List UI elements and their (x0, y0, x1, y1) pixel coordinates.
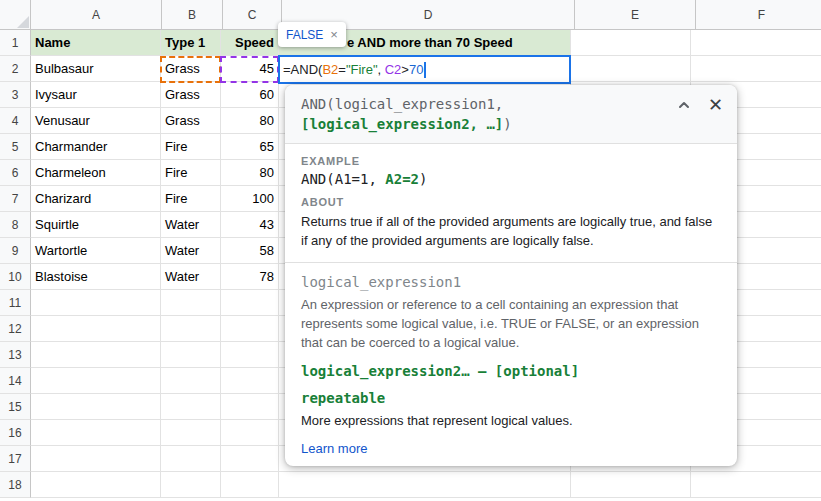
cell-C1[interactable]: Speed (221, 30, 279, 56)
cell-C18[interactable] (221, 472, 279, 498)
row-header-6[interactable]: 6 (0, 160, 31, 186)
cell-C14[interactable] (221, 368, 279, 394)
cell-A6[interactable]: Charmeleon (31, 160, 161, 186)
spreadsheet: A B C D E F 1 Name Type 1 Speed e AND mo… (0, 0, 821, 501)
cell-F18[interactable] (691, 472, 821, 498)
param1-description: An expression or reference to a cell con… (301, 295, 715, 352)
cell-B8[interactable]: Water (161, 212, 221, 238)
cell-A18[interactable] (31, 472, 161, 498)
cell-B12[interactable] (161, 316, 221, 342)
cell-B6[interactable]: Fire (161, 160, 221, 186)
cell-B7[interactable]: Fire (161, 186, 221, 212)
cell-A5[interactable]: Charmander (31, 134, 161, 160)
cell-C17[interactable] (221, 446, 279, 472)
cell-B1[interactable]: Type 1 (161, 30, 221, 56)
help-divider (285, 262, 737, 263)
cell-C11[interactable] (221, 290, 279, 316)
cell-B9[interactable]: Water (161, 238, 221, 264)
cell-B18[interactable] (161, 472, 221, 498)
cell-A4[interactable]: Venusaur (31, 108, 161, 134)
select-all-corner[interactable] (0, 0, 31, 30)
cell-B3[interactable]: Grass (161, 82, 221, 108)
cell-A8[interactable]: Squirtle (31, 212, 161, 238)
row-header-7[interactable]: 7 (0, 186, 31, 212)
learn-more-link[interactable]: Learn more (301, 441, 367, 456)
cell-A16[interactable] (31, 420, 161, 446)
cell-A9[interactable]: Wartortle (31, 238, 161, 264)
cell-C10[interactable]: 78 (221, 264, 279, 290)
cell-E2[interactable] (571, 56, 691, 82)
cell-F1[interactable] (691, 30, 821, 56)
row-header-11[interactable]: 11 (0, 290, 31, 316)
formula-token-function: =AND( (283, 62, 322, 77)
cell-A2[interactable]: Bulbasaur (31, 56, 161, 82)
cell-B17[interactable] (161, 446, 221, 472)
collapse-chevron-up-icon[interactable] (676, 97, 692, 113)
cell-C8[interactable]: 43 (221, 212, 279, 238)
cell-C7[interactable]: 100 (221, 186, 279, 212)
signature-active-arg: [logical_expression2, …] (301, 116, 503, 132)
cell-A17[interactable] (31, 446, 161, 472)
cell-C6[interactable]: 80 (221, 160, 279, 186)
row-header-14[interactable]: 14 (0, 368, 31, 394)
column-header-a[interactable]: A (31, 0, 162, 30)
row-header-17[interactable]: 17 (0, 446, 31, 472)
cell-A3[interactable]: Ivysaur (31, 82, 161, 108)
close-icon[interactable]: ✕ (708, 96, 723, 114)
formula-result-chip: FALSE × (278, 22, 346, 47)
column-header-b[interactable]: B (162, 0, 223, 30)
about-text: Returns true if all of the provided argu… (301, 212, 715, 250)
cell-A7[interactable]: Charizard (31, 186, 161, 212)
cell-C4[interactable]: 80 (221, 108, 279, 134)
row-header-2[interactable]: 2 (0, 56, 31, 82)
formula-token-string: "Fire" (346, 62, 378, 77)
cell-C15[interactable] (221, 394, 279, 420)
row-header-8[interactable]: 8 (0, 212, 31, 238)
column-header-f[interactable]: F (696, 0, 821, 30)
formula-token-operator: = (338, 62, 346, 77)
cell-B4[interactable]: Grass (161, 108, 221, 134)
cell-E18[interactable] (571, 472, 691, 498)
cell-A12[interactable] (31, 316, 161, 342)
cell-B5[interactable]: Fire (161, 134, 221, 160)
cell-C16[interactable] (221, 420, 279, 446)
cell-A1[interactable]: Name (31, 30, 161, 56)
function-signature: AND(logical_expression1, [logical_expres… (301, 94, 676, 134)
cell-A14[interactable] (31, 368, 161, 394)
cell-B15[interactable] (161, 394, 221, 420)
cell-A11[interactable] (31, 290, 161, 316)
row-header-15[interactable]: 15 (0, 394, 31, 420)
row-header-4[interactable]: 4 (0, 108, 31, 134)
referenced-cell-border-C2 (220, 56, 279, 83)
row-header-1[interactable]: 1 (0, 30, 31, 56)
row-header-16[interactable]: 16 (0, 420, 31, 446)
cell-F2[interactable] (691, 56, 821, 82)
cell-E1[interactable] (571, 30, 691, 56)
cell-C9[interactable]: 58 (221, 238, 279, 264)
column-header-c[interactable]: C (223, 0, 282, 30)
cell-C13[interactable] (221, 342, 279, 368)
row-header-18[interactable]: 18 (0, 472, 31, 498)
cell-A10[interactable]: Blastoise (31, 264, 161, 290)
about-label: ABOUT (301, 196, 721, 208)
cell-B11[interactable] (161, 290, 221, 316)
cell-D18[interactable] (279, 472, 571, 498)
row-header-13[interactable]: 13 (0, 342, 31, 368)
cell-C12[interactable] (221, 316, 279, 342)
cell-B16[interactable] (161, 420, 221, 446)
row-header-10[interactable]: 10 (0, 264, 31, 290)
column-header-e[interactable]: E (575, 0, 696, 30)
row-header-12[interactable]: 12 (0, 316, 31, 342)
cell-C5[interactable]: 65 (221, 134, 279, 160)
cell-A15[interactable] (31, 394, 161, 420)
chip-close-icon[interactable]: × (330, 27, 338, 42)
formula-editor[interactable]: =AND( B2 = "Fire" , C2 > 70 (278, 55, 571, 84)
cell-A13[interactable] (31, 342, 161, 368)
cell-B14[interactable] (161, 368, 221, 394)
row-header-3[interactable]: 3 (0, 82, 31, 108)
cell-B13[interactable] (161, 342, 221, 368)
row-header-5[interactable]: 5 (0, 134, 31, 160)
row-header-9[interactable]: 9 (0, 238, 31, 264)
cell-C3[interactable]: 60 (221, 82, 279, 108)
cell-B10[interactable]: Water (161, 264, 221, 290)
